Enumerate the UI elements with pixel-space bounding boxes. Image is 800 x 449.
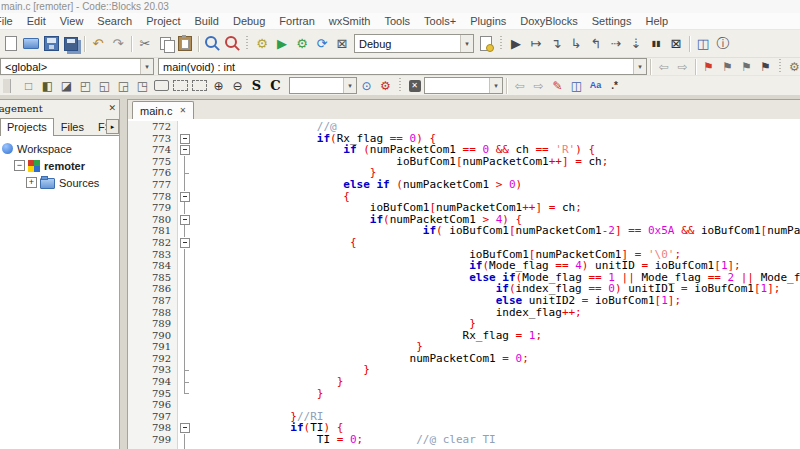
menu-item-settings[interactable]: Settings [585, 15, 639, 27]
style-s-icon[interactable]: S [247, 78, 266, 94]
fold-toggle-icon[interactable] [178, 237, 191, 249]
run-icon[interactable]: ▶ [272, 34, 292, 54]
previous-bookmark-icon[interactable]: ⚑ [718, 59, 737, 75]
tree-item-sources[interactable]: Sources [0, 174, 119, 191]
zoom-in-icon[interactable]: ⊕ [209, 78, 228, 94]
menu-item-search[interactable]: Search [90, 15, 139, 27]
incremental-search-input[interactable]: ▾ [289, 77, 357, 94]
break-debugger-icon[interactable]: ▮▮ [646, 34, 666, 54]
find-icon[interactable] [202, 34, 222, 54]
build-and-run-icon[interactable]: ⚙ [292, 34, 312, 54]
style-c-icon[interactable]: C [266, 78, 285, 94]
fold-toggle-icon[interactable] [178, 144, 191, 156]
layout-bottom-right-icon[interactable]: ◲ [114, 78, 133, 94]
dropdown-arrow-icon[interactable]: ▾ [489, 78, 502, 93]
code-editor[interactable]: 772 //@773 if(Rx_flag == 0) {774 if (num… [128, 119, 800, 449]
next-instruction-icon[interactable]: ⇢ [606, 34, 626, 54]
code-text[interactable]: TI = 0; //@ clear TI [191, 434, 496, 446]
various-info-icon[interactable]: ⓘ [713, 34, 733, 54]
next-bookmark-icon[interactable]: ⚑ [737, 59, 756, 75]
frame-1-icon[interactable] [152, 78, 171, 94]
frame-2-icon[interactable] [171, 78, 190, 94]
run-to-cursor-icon[interactable]: ↦ [526, 34, 546, 54]
split-window-1-icon[interactable]: ◧ [38, 78, 57, 94]
toggle-bookmark-icon[interactable]: ⚑ [699, 59, 718, 75]
cut-icon[interactable]: ✂ [135, 34, 155, 54]
layout-top-left-icon[interactable]: ◰ [76, 78, 95, 94]
undo-icon[interactable]: ↶ [88, 34, 108, 54]
select-frame-icon[interactable]: □ [19, 78, 38, 94]
zoom-out-icon[interactable]: ⊖ [228, 78, 247, 94]
save-icon[interactable] [41, 34, 61, 54]
scope-select[interactable]: <global> ▾ [0, 58, 154, 75]
search-input[interactable]: ▾ [424, 77, 503, 94]
dropdown-arrow-icon[interactable]: ▾ [343, 78, 356, 93]
fold-toggle-icon[interactable] [178, 214, 191, 226]
expander-icon[interactable] [14, 160, 25, 171]
menu-item-view[interactable]: View [53, 15, 91, 27]
redo-icon[interactable]: ↷ [108, 34, 128, 54]
tab-projects[interactable]: Projects [0, 118, 54, 136]
build-icon[interactable]: ⚙ [252, 34, 272, 54]
menu-item-project[interactable]: Project [139, 15, 187, 27]
dropdown-arrow-icon[interactable]: ▾ [633, 59, 646, 74]
menu-item-build[interactable]: Build [187, 15, 225, 27]
code-text[interactable]: } [191, 388, 323, 400]
previous-result-icon[interactable]: ⇦ [510, 78, 529, 94]
search-in-document-icon[interactable]: ⊙ [357, 78, 376, 94]
menu-item-toolsplus[interactable]: Tools+ [417, 15, 463, 27]
edge-partial-icon[interactable] [0, 78, 19, 94]
menu-item-fortran[interactable]: Fortran [272, 15, 321, 27]
close-panel-icon[interactable]: ✕ [108, 103, 116, 113]
layout-top-right-icon[interactable]: ◳ [133, 78, 152, 94]
search-options-icon[interactable]: ⚙ [376, 78, 395, 94]
find-replace-icon[interactable] [222, 34, 242, 54]
fold-toggle-icon[interactable] [178, 133, 191, 145]
use-regex-icon[interactable]: .* [605, 78, 624, 94]
menu-item-wxsmith[interactable]: wxSmith [322, 15, 378, 27]
jump-back-icon[interactable]: ⇦ [654, 59, 673, 75]
tab-files[interactable]: Files [54, 118, 91, 135]
panel-splitter[interactable] [120, 99, 127, 449]
debug-continue-icon[interactable]: ▶ [506, 34, 526, 54]
next-result-icon[interactable]: ⇨ [529, 78, 548, 94]
tab-main-c[interactable]: main.c ✕ [132, 101, 194, 119]
fold-toggle-icon[interactable] [178, 422, 191, 434]
copy-icon[interactable] [155, 34, 175, 54]
close-tab-icon[interactable]: ✕ [179, 106, 186, 115]
split-window-2-icon[interactable]: ◪ [57, 78, 76, 94]
step-out-icon[interactable]: ↰ [586, 34, 606, 54]
build-target-select[interactable]: Debug ▾ [354, 34, 474, 53]
rebuild-icon[interactable]: ⟳ [312, 34, 332, 54]
next-line-icon[interactable]: ↴ [546, 34, 566, 54]
build-options-icon[interactable] [476, 34, 496, 54]
symbols-browser-icon[interactable]: ⚙ [785, 59, 800, 75]
menu-item-plugins[interactable]: Plugins [463, 15, 513, 27]
selected-text-only-icon[interactable]: ◫ [567, 78, 586, 94]
menu-item-help[interactable]: Help [638, 15, 675, 27]
highlight-results-icon[interactable]: ✎ [548, 78, 567, 94]
dropdown-arrow-icon[interactable]: ▾ [140, 59, 153, 74]
menu-item-debug[interactable]: Debug [226, 15, 272, 27]
clear-search-icon[interactable] [405, 78, 424, 94]
clear-bookmarks-icon[interactable]: ⚑ [756, 59, 775, 75]
fold-toggle-icon[interactable] [178, 191, 191, 203]
menu-item-file[interactable]: File [0, 15, 20, 27]
expander-icon[interactable] [26, 177, 37, 188]
save-all-icon[interactable] [61, 34, 81, 54]
layout-bottom-left-icon[interactable]: ◱ [95, 78, 114, 94]
step-into-icon[interactable]: ↳ [566, 34, 586, 54]
jump-forward-icon[interactable]: ⇨ [673, 59, 692, 75]
match-case-icon[interactable]: Aa [586, 78, 605, 94]
function-select[interactable]: main(void) : int ▾ [158, 58, 647, 75]
paste-icon[interactable] [175, 34, 195, 54]
frame-3-icon[interactable] [190, 78, 209, 94]
menu-item-tools[interactable]: Tools [377, 15, 417, 27]
open-file-icon[interactable] [21, 34, 41, 54]
dropdown-arrow-icon[interactable]: ▾ [460, 35, 473, 52]
tree-item-remoter[interactable]: remoter [0, 157, 119, 174]
debugging-windows-icon[interactable]: ◫ [693, 34, 713, 54]
menu-item-edit[interactable]: Edit [20, 15, 53, 27]
tab-overflow-icon[interactable]: ▸ [106, 119, 119, 134]
tree-item-workspace[interactable]: Workspace [0, 140, 119, 157]
